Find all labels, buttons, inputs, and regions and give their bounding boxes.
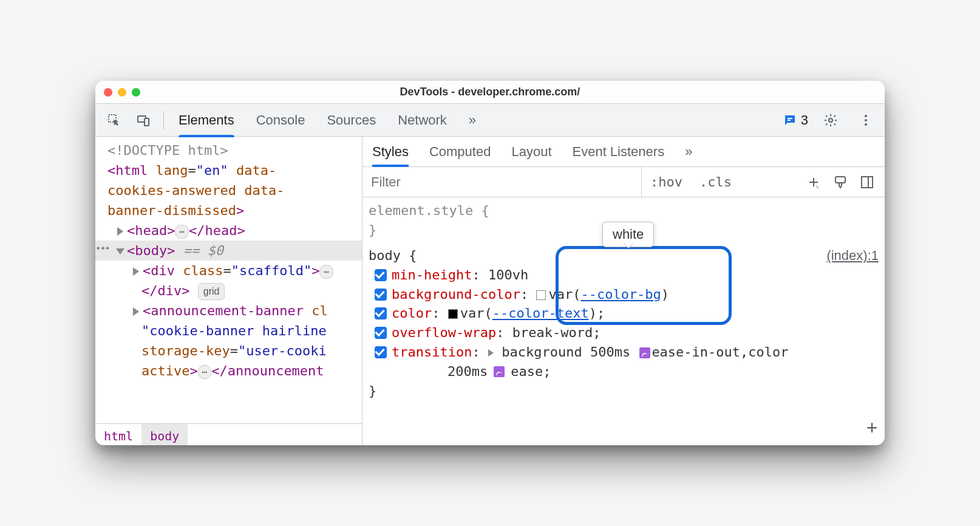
svg-point-5 [829, 118, 832, 122]
cubic-bezier-icon[interactable] [639, 347, 650, 358]
dom-tree[interactable]: <!DOCTYPE html> <html lang="en" data- co… [95, 137, 362, 423]
html-element[interactable]: <html lang="en" data- [95, 160, 362, 180]
subtab-styles[interactable]: Styles [372, 137, 409, 166]
window-title: DevTools - developer.chrome.com/ [95, 86, 885, 98]
traffic-lights [104, 88, 140, 97]
cubic-bezier-icon[interactable] [494, 366, 505, 377]
crumb-body[interactable]: body [141, 424, 188, 445]
subtab-computed[interactable]: Computed [429, 137, 491, 166]
tab-elements[interactable]: Elements [179, 104, 234, 136]
decl-color[interactable]: color: var(--color-text); [369, 304, 879, 323]
breadcrumbs: html body [95, 423, 362, 445]
subtab-more-icon[interactable]: » [685, 137, 692, 166]
divider [163, 111, 164, 129]
doctype: <!DOCTYPE html> [107, 143, 228, 158]
main-toolbar: Elements Console Sources Network » 3 [95, 104, 885, 137]
color-swatch-icon[interactable] [448, 309, 458, 319]
minimize-window-button[interactable] [118, 88, 126, 97]
announcement-banner[interactable]: <announcement-banner cl [95, 301, 362, 321]
grid-badge[interactable]: grid [198, 283, 225, 300]
svg-rect-2 [145, 118, 149, 126]
svg-point-6 [865, 115, 867, 117]
styles-rules[interactable]: element.style { } body { (index):1 min-h… [362, 197, 885, 445]
crumb-html[interactable]: html [95, 424, 141, 445]
cls-toggle[interactable]: .cls [691, 174, 740, 190]
filter-row: :hov .cls [362, 167, 885, 197]
decl-overflow-wrap[interactable]: overflow-wrap: break-word; [369, 323, 879, 343]
decl-min-height[interactable]: min-height: 100vh [369, 265, 879, 285]
expand-shorthand-icon[interactable] [488, 349, 494, 357]
body-rule[interactable]: body { (index):1 min-height: 100vh backg… [369, 246, 879, 401]
svg-rect-3 [788, 118, 792, 119]
issues-count: 3 [801, 112, 808, 128]
var-tooltip: white [602, 222, 654, 247]
color-swatch-icon[interactable] [536, 290, 546, 300]
settings-icon[interactable] [818, 108, 843, 133]
rule-source-link[interactable]: (index):1 [826, 246, 879, 265]
more-menu-icon[interactable] [853, 108, 879, 133]
styles-sub-tabs: Styles Computed Layout Event Listeners » [362, 137, 885, 167]
tab-sources[interactable]: Sources [327, 104, 376, 136]
styles-pane: Styles Computed Layout Event Listeners »… [362, 137, 885, 445]
inspect-element-icon[interactable] [101, 108, 127, 133]
decl-background-color[interactable]: background-color: var(--color-bg) [369, 285, 879, 304]
zoom-window-button[interactable] [132, 88, 140, 97]
checkbox-icon[interactable] [375, 346, 387, 358]
devtools-window: DevTools - developer.chrome.com/ Element… [95, 81, 885, 445]
tab-console[interactable]: Console [256, 104, 305, 136]
filter-input[interactable] [362, 167, 642, 197]
checkbox-icon[interactable] [375, 289, 387, 301]
svg-point-8 [865, 123, 867, 126]
subtab-event-listeners[interactable]: Event Listeners [573, 137, 665, 166]
div-scaffold[interactable]: <div class="scaffold">⋯ [95, 261, 362, 281]
body-element-selected[interactable]: •••<body> == $0 [95, 241, 362, 261]
checkbox-icon[interactable] [375, 269, 387, 281]
tab-network[interactable]: Network [398, 104, 447, 136]
paintbrush-icon[interactable] [831, 169, 849, 195]
main-tabs: Elements Console Sources Network » [179, 104, 476, 136]
svg-rect-9 [835, 177, 845, 183]
svg-point-7 [865, 119, 867, 121]
titlebar: DevTools - developer.chrome.com/ [95, 81, 885, 104]
head-element[interactable]: <head>⋯</head> [95, 220, 362, 241]
checkbox-icon[interactable] [375, 327, 387, 339]
svg-rect-10 [862, 177, 873, 188]
issues-button[interactable]: 3 [783, 112, 808, 128]
dom-tree-pane: <!DOCTYPE html> <html lang="en" data- co… [95, 137, 362, 445]
decl-transition-continued: 200ms ease; [369, 362, 879, 381]
hov-toggle[interactable]: :hov [642, 174, 691, 190]
new-style-rule-icon[interactable] [805, 169, 823, 195]
decl-transition[interactable]: transition: background 500ms ease-in-out… [369, 343, 879, 362]
svg-rect-4 [788, 120, 791, 121]
var-link[interactable]: --color-bg [580, 287, 661, 302]
close-window-button[interactable] [104, 88, 112, 97]
add-declaration-icon[interactable]: + [866, 414, 877, 441]
more-tabs-icon[interactable]: » [469, 104, 476, 136]
checkbox-icon[interactable] [375, 307, 387, 319]
computed-panel-icon[interactable] [858, 169, 876, 195]
subtab-layout[interactable]: Layout [511, 137, 551, 166]
content-panes: <!DOCTYPE html> <html lang="en" data- co… [95, 137, 885, 445]
var-link[interactable]: --color-text [492, 306, 589, 321]
device-toolbar-icon[interactable] [131, 108, 156, 133]
